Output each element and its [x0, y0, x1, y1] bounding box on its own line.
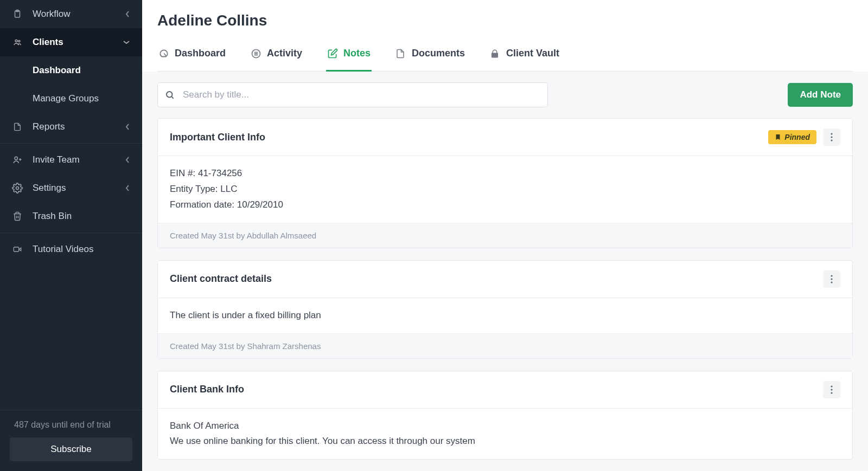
chevron-left-icon [125, 184, 130, 192]
tab-label: Dashboard [175, 48, 226, 59]
people-icon [12, 37, 23, 48]
note-actions [823, 381, 840, 398]
sidebar-footer: 487 days until end of trial Subscribe [0, 410, 142, 471]
sidebar-item-settings[interactable]: Settings [0, 174, 142, 202]
tab-client-vault[interactable]: Client Vault [489, 42, 560, 72]
sidebar-item-clients-dashboard[interactable]: Dashboard [0, 56, 142, 85]
user-plus-icon [12, 154, 23, 165]
search-icon [165, 90, 175, 100]
sidebar-item-label: Dashboard [33, 65, 130, 76]
note-body: EIN #: 41-734256 Entity Type: LLC Format… [158, 156, 852, 223]
svg-point-23 [831, 389, 832, 390]
note-edit-icon [327, 48, 338, 59]
note-body: Bank Of America We use online banking fo… [158, 409, 852, 460]
main: Adeline Collins Dashboard Activity Notes [142, 0, 868, 471]
svg-point-20 [831, 278, 832, 280]
note-card: Important Client InfoPinnedEIN #: 41-734… [157, 118, 853, 248]
chevron-down-icon [123, 40, 130, 45]
svg-point-3 [18, 40, 20, 42]
subscribe-button[interactable]: Subscribe [10, 437, 132, 461]
sidebar: Workflow Clients Dashboard Manage Groups… [0, 0, 142, 471]
sidebar-item-reports[interactable]: Reports [0, 113, 142, 141]
divider [0, 143, 142, 144]
note-actions [823, 270, 840, 288]
note-title: Client contract details [170, 273, 272, 285]
video-icon [12, 244, 23, 255]
tab-label: Documents [412, 48, 465, 59]
tabs: Dashboard Activity Notes Documents [157, 42, 853, 72]
svg-point-4 [15, 157, 17, 159]
tab-dashboard[interactable]: Dashboard [157, 42, 227, 72]
tab-documents[interactable]: Documents [394, 42, 466, 72]
list-icon [251, 48, 261, 59]
sidebar-item-invite-team[interactable]: Invite Team [0, 146, 142, 174]
sidebar-item-trash-bin[interactable]: Trash Bin [0, 202, 142, 230]
add-note-button[interactable]: Add Note [788, 83, 853, 107]
note-menu-button[interactable] [823, 128, 840, 146]
content-area: Add Note Important Client InfoPinnedEIN … [142, 72, 868, 471]
file-icon [395, 48, 406, 59]
page-header: Adeline Collins Dashboard Activity Notes [142, 0, 868, 72]
svg-line-15 [171, 96, 173, 98]
svg-rect-8 [14, 247, 18, 251]
note-menu-button[interactable] [823, 381, 840, 398]
trash-icon [12, 211, 23, 222]
chevron-left-icon [125, 10, 130, 18]
search-input[interactable] [157, 82, 548, 107]
note-header: Client Bank Info [158, 371, 852, 409]
sidebar-item-label: Settings [33, 183, 115, 193]
pinned-label: Pinned [784, 133, 810, 141]
toolbar: Add Note [157, 82, 853, 107]
svg-point-18 [831, 139, 832, 141]
lock-icon [490, 48, 501, 59]
kebab-icon [831, 385, 833, 394]
tab-activity[interactable]: Activity [250, 42, 303, 72]
sidebar-item-clients[interactable]: Clients [0, 28, 142, 56]
svg-point-7 [16, 187, 19, 190]
chevron-left-icon [125, 123, 130, 131]
svg-point-21 [831, 281, 832, 283]
svg-point-2 [15, 40, 17, 42]
sidebar-item-label: Manage Groups [33, 93, 130, 104]
note-header: Client contract details [158, 261, 852, 298]
svg-point-14 [167, 92, 173, 98]
note-card: Client Bank InfoBank Of America We use o… [157, 371, 853, 460]
svg-point-24 [831, 392, 832, 393]
note-header: Important Client InfoPinned [158, 119, 852, 156]
sidebar-item-tutorial-videos[interactable]: Tutorial Videos [0, 235, 142, 263]
note-meta: Created May 31st by Abdullah Almsaeed [158, 223, 852, 248]
kebab-icon [831, 275, 833, 283]
divider [0, 233, 142, 233]
note-actions: Pinned [768, 128, 840, 146]
svg-point-19 [831, 275, 832, 276]
svg-point-17 [831, 136, 832, 138]
sidebar-item-workflow[interactable]: Workflow [0, 0, 142, 28]
tab-label: Activity [267, 48, 302, 59]
chevron-left-icon [125, 156, 130, 164]
tab-notes[interactable]: Notes [326, 42, 372, 72]
note-card: Client contract detailsThe client is und… [157, 260, 853, 359]
bookmark-icon [775, 133, 781, 141]
kebab-icon [831, 133, 833, 141]
gear-icon [12, 183, 23, 193]
sidebar-item-label: Clients [33, 37, 113, 48]
tab-label: Client Vault [506, 48, 559, 59]
dashboard-icon [158, 48, 169, 59]
note-menu-button[interactable] [823, 270, 840, 288]
svg-point-16 [831, 133, 832, 134]
file-icon [12, 121, 23, 132]
trial-status: 487 days until end of trial [10, 420, 132, 430]
sidebar-item-label: Tutorial Videos [33, 244, 130, 255]
sidebar-item-clients-manage-groups[interactable]: Manage Groups [0, 85, 142, 113]
note-title: Client Bank Info [170, 384, 244, 395]
note-title: Important Client Info [170, 132, 265, 143]
note-body: The client is under a fixed billing plan [158, 298, 852, 333]
tab-label: Notes [343, 48, 371, 59]
clipboard-icon [12, 9, 23, 20]
sidebar-item-label: Workflow [33, 9, 115, 20]
notes-list: Important Client InfoPinnedEIN #: 41-734… [157, 118, 853, 460]
pinned-badge: Pinned [768, 130, 816, 144]
note-meta: Created May 31st by Shahram Zarshenas [158, 333, 852, 358]
search-wrap [157, 82, 548, 107]
sidebar-item-label: Invite Team [33, 154, 115, 165]
